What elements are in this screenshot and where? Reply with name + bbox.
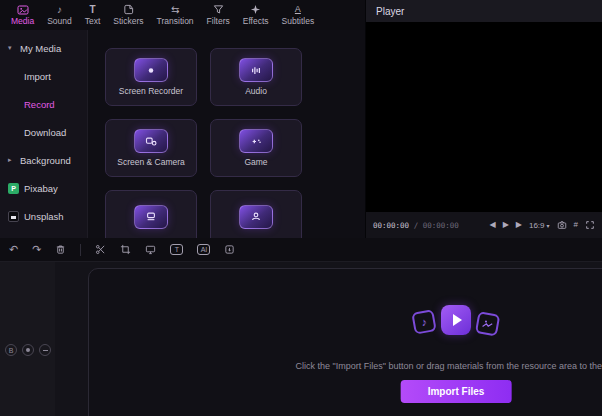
player-preview[interactable] — [366, 22, 602, 212]
tab-label: Text — [85, 17, 101, 26]
pixabay-icon: P — [8, 183, 19, 194]
sidebar-item-my-media[interactable]: ▾ My Media — [0, 34, 87, 62]
card-label: Audio — [245, 87, 267, 96]
sidebar-item-background[interactable]: ▸ Background — [0, 146, 87, 174]
tab-label: Effects — [243, 17, 269, 26]
card-label: Game — [244, 158, 267, 167]
card-game[interactable]: Game — [210, 119, 302, 177]
tab-text[interactable]: T Text — [79, 2, 107, 28]
transition-icon: ⇆ — [171, 4, 179, 16]
import-hint-text: Click the "Import Files" button or drag … — [295, 361, 602, 371]
filmora-app-window: Media ♪ Sound T Text Stickers ⇆ Transiti… — [0, 0, 602, 416]
tab-effects[interactable]: Effects — [237, 2, 275, 28]
tab-transition[interactable]: ⇆ Transition — [151, 2, 200, 28]
speed-icon[interactable] — [145, 244, 156, 255]
player-controls: 00:00:00 / 00:00:00 ◀ ▶ ▶ 16:9 ▾ # — [366, 212, 602, 238]
sidebar-item-label: Unsplash — [24, 211, 64, 222]
delete-icon[interactable] — [55, 244, 66, 255]
split-icon[interactable] — [95, 244, 106, 255]
sidebar-item-label: My Media — [20, 43, 61, 54]
card-screen-recorder[interactable]: Screen Recorder — [105, 48, 197, 106]
music-note-icon: ♪ — [411, 309, 436, 334]
play-icon[interactable]: ▶ — [503, 221, 509, 229]
chevron-right-icon: ▸ — [8, 156, 15, 164]
crop-icon[interactable] — [120, 244, 131, 255]
audio-icon — [239, 58, 273, 82]
stickers-icon — [123, 4, 134, 16]
play-badge-icon — [441, 305, 471, 335]
screen-layers-icon — [134, 205, 168, 229]
card-audio[interactable]: Audio — [210, 48, 302, 106]
sidebar-item-record[interactable]: Record — [0, 90, 87, 118]
person-icon — [239, 205, 273, 229]
screen-camera-icon — [134, 129, 168, 153]
tab-subtitles[interactable]: A Subtitles — [276, 2, 321, 28]
player-timecode: 00:00:00 / 00:00:00 — [373, 221, 459, 230]
grid-icon[interactable]: # — [574, 221, 578, 229]
tab-label: Filters — [207, 17, 230, 26]
current-time: 00:00:00 — [373, 221, 409, 230]
sound-icon: ♪ — [57, 4, 62, 16]
toolbar-divider — [80, 244, 81, 256]
next-frame-icon[interactable]: ▶ — [516, 221, 522, 229]
track-header-strip: B — [0, 262, 55, 416]
media-icon — [17, 4, 29, 16]
quick-text-icon[interactable]: T — [170, 244, 183, 255]
card-label: Screen & Camera — [117, 158, 185, 167]
game-icon — [239, 129, 273, 153]
player-title: Player — [376, 6, 404, 17]
import-files-button[interactable]: Import Files — [401, 380, 512, 403]
screen-recorder-icon — [134, 58, 168, 82]
sidebar-item-label: Background — [20, 155, 71, 166]
player-header: Player — [366, 0, 602, 22]
timecode-separator: / — [414, 221, 419, 230]
media-sidebar: ▾ My Media Import Record Download ▸ Back… — [0, 30, 88, 238]
text-icon: T — [89, 4, 95, 16]
chevron-down-icon: ▾ — [547, 222, 550, 229]
ai-copilot-icon[interactable]: AI — [197, 244, 210, 255]
undo-icon[interactable]: ↶ — [9, 244, 18, 255]
track-control-icon-1[interactable]: B — [5, 344, 17, 356]
sidebar-item-label: Record — [24, 99, 55, 110]
tab-media[interactable]: Media — [5, 2, 40, 28]
export-frame-icon[interactable] — [224, 244, 235, 255]
card-partial-2[interactable] — [210, 190, 302, 238]
aspect-ratio-selector[interactable]: 16:9 ▾ — [529, 221, 550, 230]
tab-label: Stickers — [113, 17, 143, 26]
track-control-icon-2[interactable] — [22, 344, 34, 356]
card-screen-and-camera[interactable]: Screen & Camera — [105, 119, 197, 177]
tab-label: Media — [11, 17, 34, 26]
subtitles-icon: A — [295, 4, 301, 16]
sidebar-item-label: Download — [24, 127, 66, 138]
sidebar-item-label: Pixabay — [24, 183, 58, 194]
timeline-toolbar: ↶ ↷ T AI — [0, 238, 602, 262]
track-control-icon-3[interactable] — [39, 344, 51, 356]
sidebar-item-import[interactable]: Import — [0, 62, 87, 90]
tab-stickers[interactable]: Stickers — [107, 2, 149, 28]
tab-filters[interactable]: Filters — [201, 2, 236, 28]
import-drop-zone[interactable]: ♪ Click the "Import Files" button or dra… — [88, 268, 602, 416]
previous-frame-icon[interactable]: ◀ — [489, 221, 495, 229]
timeline-area: B ♪ Click the "Import Files" button or d… — [0, 262, 602, 416]
sidebar-item-download[interactable]: Download — [0, 118, 87, 146]
aspect-ratio-value: 16:9 — [529, 221, 545, 230]
redo-icon[interactable]: ↷ — [32, 244, 41, 255]
media-card-grid: Screen Recorder Audio Screen & Camera Ga… — [105, 48, 302, 238]
chevron-down-icon: ▾ — [8, 44, 15, 52]
ai-copilot-label: AI — [201, 246, 208, 253]
unsplash-icon — [8, 211, 19, 222]
tab-label: Transition — [157, 17, 194, 26]
player-panel: Player 00:00:00 / 00:00:00 ◀ ▶ ▶ 16:9 ▾ … — [365, 0, 602, 238]
drop-zone-icons: ♪ — [412, 305, 500, 335]
sidebar-item-label: Import — [24, 71, 51, 82]
sidebar-item-pixabay[interactable]: P Pixabay — [0, 174, 87, 202]
snapshot-icon[interactable] — [557, 220, 567, 230]
tab-label: Subtitles — [282, 17, 315, 26]
sidebar-item-unsplash[interactable]: Unsplash — [0, 202, 87, 230]
effects-icon — [250, 4, 261, 16]
filters-icon — [213, 4, 224, 16]
top-navigation: Media ♪ Sound T Text Stickers ⇆ Transiti… — [0, 0, 365, 30]
card-partial-1[interactable] — [105, 190, 197, 238]
fullscreen-icon[interactable] — [585, 220, 595, 230]
tab-sound[interactable]: ♪ Sound — [41, 2, 78, 28]
